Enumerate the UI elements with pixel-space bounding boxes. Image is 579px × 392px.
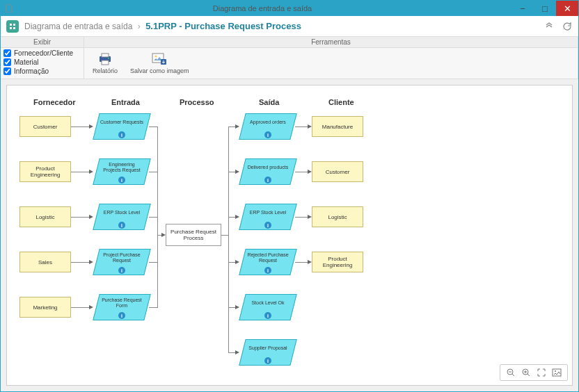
minimize-button[interactable]: − <box>511 1 534 16</box>
zoom-controls <box>500 364 568 381</box>
svg-rect-2 <box>102 60 109 65</box>
supplier-sales[interactable]: Sales <box>19 252 71 272</box>
output-approved[interactable]: Approved ordersi <box>242 113 294 140</box>
info-icon[interactable]: i <box>264 177 271 183</box>
col-processo: Processo <box>180 98 214 106</box>
toolbar-section-exibir: Exibir <box>1 37 84 48</box>
zoom-fit-icon[interactable] <box>535 367 548 378</box>
diagram-canvas[interactable]: Fornecedor Entrada Processo Saída Client… <box>6 85 573 386</box>
input-purchase-form[interactable]: Purchase Request Formi <box>96 294 148 320</box>
info-icon[interactable]: i <box>264 267 271 274</box>
doc-icon <box>5 4 13 13</box>
toolbar-section-ferramentas: Ferramentas <box>84 37 578 48</box>
col-saida: Saída <box>259 98 279 106</box>
client-logistic[interactable]: Logistic <box>312 206 363 227</box>
process-box[interactable]: Purchase Request Process <box>166 224 221 246</box>
svg-point-5 <box>155 56 157 58</box>
page-title: 5.1PRP - Purchase Request Process <box>145 21 301 31</box>
zoom-out-icon[interactable] <box>505 367 517 378</box>
app-icon <box>6 20 19 33</box>
client-customer[interactable]: Customer <box>312 161 363 182</box>
header: Diagrama de entrada e saída › 5.1PRP - P… <box>1 16 578 37</box>
zoom-in-icon[interactable] <box>520 367 532 378</box>
col-entrada: Entrada <box>111 98 140 106</box>
checkbox-informacao[interactable]: Informação <box>3 67 81 75</box>
info-icon[interactable]: i <box>264 222 271 229</box>
col-cliente: Cliente <box>328 98 354 106</box>
col-fornecedor: Fornecedor <box>33 98 76 106</box>
input-customer-requests[interactable]: Customer Requestsi <box>96 113 148 140</box>
output-delivered[interactable]: Delivered productsi <box>242 158 294 185</box>
info-icon[interactable]: i <box>118 312 125 319</box>
info-icon[interactable]: i <box>264 357 271 364</box>
svg-point-10 <box>555 370 556 372</box>
window-title: Diagrama de entrada e saída <box>13 4 511 13</box>
output-rejected[interactable]: Rejected Purchase Requesti <box>242 249 294 275</box>
salvar-imagem-button[interactable]: Salvar como imagem <box>127 51 192 76</box>
image-save-icon <box>151 52 168 66</box>
breadcrumb-separator: › <box>138 22 141 31</box>
svg-point-3 <box>108 58 109 59</box>
supplier-logistic[interactable]: Logistic <box>19 206 71 227</box>
checkbox-material[interactable]: Material <box>3 58 81 66</box>
collapse-icon[interactable] <box>544 21 555 32</box>
input-project-purchase[interactable]: Project Purchase Requesti <box>96 249 148 275</box>
output-supplier-proposal[interactable]: Supplier Proposali <box>242 339 294 366</box>
output-erp-stock[interactable]: ERP Stock Leveli <box>242 204 294 230</box>
supplier-product-eng[interactable]: Product Engineering <box>19 161 71 182</box>
maximize-button[interactable]: □ <box>534 1 556 16</box>
relatorio-button[interactable]: Relatório <box>90 51 120 76</box>
info-icon[interactable]: i <box>118 267 125 274</box>
info-icon[interactable]: i <box>118 222 125 229</box>
client-product-eng[interactable]: Product Engineering <box>312 252 363 272</box>
input-eng-projects[interactable]: Engineering Projects Requesti <box>96 158 148 185</box>
info-icon[interactable]: i <box>264 131 271 138</box>
checkbox-fornecedor[interactable]: Fornecedor/Cliente <box>3 49 81 57</box>
printer-icon <box>97 52 113 66</box>
supplier-customer[interactable]: Customer <box>19 116 71 137</box>
supplier-marketing[interactable]: Marketing <box>19 297 71 318</box>
refresh-icon[interactable] <box>562 21 573 32</box>
info-icon[interactable]: i <box>118 131 125 138</box>
titlebar: Diagrama de entrada e saída − □ ✕ <box>1 1 578 16</box>
info-icon[interactable]: i <box>264 312 271 319</box>
app-window: Diagrama de entrada e saída − □ ✕ Diagra… <box>0 0 579 392</box>
svg-rect-1 <box>102 54 109 57</box>
client-manufacture[interactable]: Manufacture <box>312 116 363 137</box>
toolbar: Exibir Fornecedor/Cliente Material Infor… <box>1 37 578 79</box>
breadcrumb-parent[interactable]: Diagrama de entrada e saída <box>24 22 132 31</box>
info-icon[interactable]: i <box>118 177 125 183</box>
breadcrumb: Diagrama de entrada e saída › 5.1PRP - P… <box>24 21 301 31</box>
input-erp-stock[interactable]: ERP Stock Leveli <box>96 204 148 230</box>
close-button[interactable]: ✕ <box>556 1 578 16</box>
image-view-icon[interactable] <box>550 367 563 378</box>
output-stock-ok[interactable]: Stock Level Oki <box>242 294 294 320</box>
